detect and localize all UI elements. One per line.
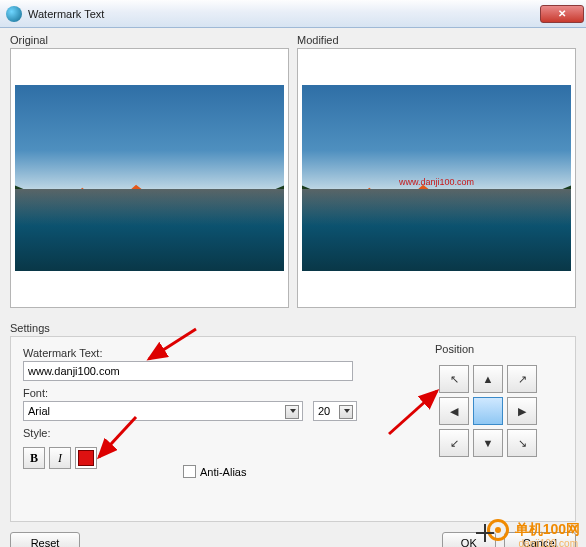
watermark-preview-text: www.danji100.com bbox=[399, 177, 474, 187]
position-group: Position ↖ ▲ ↗ ◀ ▶ ↙ ▼ ↘ bbox=[435, 343, 563, 463]
font-size-select[interactable]: 20 bbox=[313, 401, 357, 421]
settings-label: Settings bbox=[10, 322, 576, 334]
color-button[interactable] bbox=[75, 447, 97, 469]
close-icon: ✕ bbox=[558, 8, 566, 19]
title-bar: Watermark Text ✕ bbox=[0, 0, 586, 28]
position-top-left[interactable]: ↖ bbox=[439, 365, 469, 393]
button-row: Reset OK Cancel bbox=[10, 532, 576, 547]
arrow-w-icon: ◀ bbox=[450, 406, 458, 417]
arrow-nw-icon: ↖ bbox=[450, 374, 459, 385]
position-center[interactable] bbox=[473, 397, 503, 425]
settings-group: Watermark Text: Font: Arial 20 Style: B … bbox=[10, 336, 576, 522]
modified-label: Modified bbox=[297, 34, 576, 46]
arrow-s-icon: ▼ bbox=[483, 438, 494, 449]
ok-button[interactable]: OK bbox=[442, 532, 496, 547]
app-icon bbox=[6, 6, 22, 22]
position-top-right[interactable]: ↗ bbox=[507, 365, 537, 393]
antialias-row: Anti-Alias bbox=[183, 465, 246, 478]
preview-row: Original Modified www.danji100.com bbox=[10, 34, 576, 308]
modified-frame: www.danji100.com bbox=[297, 48, 576, 308]
font-size-value: 20 bbox=[318, 405, 330, 417]
chevron-down-icon bbox=[290, 409, 296, 413]
position-bottom-left[interactable]: ↙ bbox=[439, 429, 469, 457]
font-label: Font: bbox=[23, 387, 303, 399]
position-left[interactable]: ◀ bbox=[439, 397, 469, 425]
bold-button[interactable]: B bbox=[23, 447, 45, 469]
color-swatch bbox=[78, 450, 94, 466]
font-name-value: Arial bbox=[28, 405, 50, 417]
original-image bbox=[15, 85, 284, 271]
client-area: Original Modified www.danji100.com bbox=[0, 28, 586, 547]
watermark-text-input[interactable] bbox=[23, 361, 353, 381]
close-button[interactable]: ✕ bbox=[540, 5, 584, 23]
chevron-down-icon bbox=[344, 409, 350, 413]
position-bottom[interactable]: ▼ bbox=[473, 429, 503, 457]
antialias-checkbox[interactable] bbox=[183, 465, 196, 478]
arrow-sw-icon: ↙ bbox=[450, 438, 459, 449]
preview-modified: Modified www.danji100.com bbox=[297, 34, 576, 308]
original-frame bbox=[10, 48, 289, 308]
modified-image: www.danji100.com bbox=[302, 85, 571, 271]
position-top[interactable]: ▲ bbox=[473, 365, 503, 393]
original-label: Original bbox=[10, 34, 289, 46]
arrow-ne-icon: ↗ bbox=[518, 374, 527, 385]
arrow-e-icon: ▶ bbox=[518, 406, 526, 417]
arrow-n-icon: ▲ bbox=[483, 374, 494, 385]
brand-url: danji100.com bbox=[519, 538, 578, 547]
arrow-se-icon: ↘ bbox=[518, 438, 527, 449]
italic-button[interactable]: I bbox=[49, 447, 71, 469]
position-right[interactable]: ▶ bbox=[507, 397, 537, 425]
window-title: Watermark Text bbox=[28, 8, 540, 20]
reset-button[interactable]: Reset bbox=[10, 532, 80, 547]
font-name-select[interactable]: Arial bbox=[23, 401, 303, 421]
preview-original: Original bbox=[10, 34, 289, 308]
position-label: Position bbox=[435, 343, 563, 355]
position-bottom-right[interactable]: ↘ bbox=[507, 429, 537, 457]
antialias-label: Anti-Alias bbox=[200, 466, 246, 478]
